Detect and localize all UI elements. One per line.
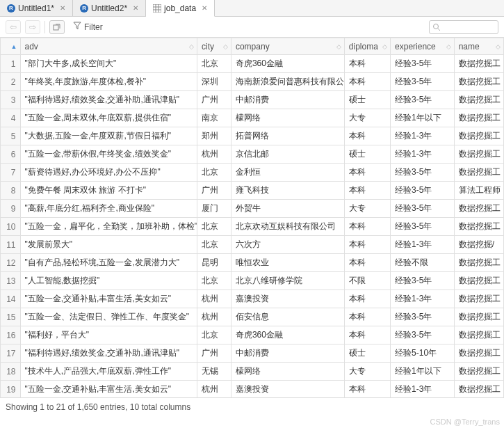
table-row[interactable]: 2"年终奖,年度旅游,年度体检,餐补"深圳海南新浪爱问普惠科技有限公司本科经验3… [1, 73, 504, 91]
cell-company: 外贸牛 [231, 200, 344, 218]
table-row[interactable]: 18"技术牛人,产品强大,年底双薪,弹性工作"无锡檬网络大专经验1年以下数据挖掘… [1, 363, 504, 381]
sort-icon[interactable]: ◇ [336, 43, 341, 50]
back-button[interactable]: ⇦ [6, 20, 21, 34]
sort-icon[interactable]: ◇ [382, 43, 387, 50]
cell-adv: "发展前景大" [20, 236, 197, 254]
forward-button[interactable]: ⇨ [25, 20, 40, 34]
tab-untitled1[interactable]: Untitled1* ✕ [0, 0, 73, 16]
tab-untitled2[interactable]: Untitled2* ✕ [73, 0, 146, 16]
cell-experience: 经验3-5年 [391, 164, 455, 182]
row-number: 18 [1, 363, 21, 381]
data-grid[interactable]: ▲ adv◇ city◇ company◇ diploma◇ experienc… [0, 38, 504, 397]
cell-city: 深圳 [197, 73, 231, 91]
cell-company: 佰安信息 [231, 308, 344, 326]
tab-label: job_data [164, 3, 196, 13]
cell-diploma: 本科 [344, 218, 390, 236]
cell-experience: 经验1-3年 [391, 127, 455, 145]
cell-experience: 经验1年以下 [391, 363, 455, 381]
svg-rect-5 [54, 25, 58, 30]
table-row[interactable]: 19"五险一金,交通补贴,丰富生活,美女如云"杭州嘉澳投资本科经验1-3年数据挖… [1, 381, 504, 398]
cell-diploma: 大专 [344, 363, 390, 381]
table-row[interactable]: 3"福利待遇好,绩效奖金,交通补助,通讯津贴"广州中邮消费硕士经验3-5年数据挖… [1, 91, 504, 109]
cell-diploma: 大专 [344, 200, 390, 218]
cell-experience: 经验3-5年 [391, 182, 455, 200]
cell-adv: "福利待遇好,绩效奖金,交通补助,通讯津贴" [20, 344, 197, 363]
table-row[interactable]: 16"福利好，平台大"北京奇虎360金融本科经验3-5年数据挖掘工 [1, 326, 504, 344]
col-header-name[interactable]: name◇ [454, 38, 503, 55]
cell-adv: "五险一金，扁平化，全勤奖，加班补助，体检" [20, 218, 197, 236]
col-header-adv[interactable]: adv◇ [20, 38, 197, 55]
close-icon[interactable]: ✕ [202, 4, 207, 12]
cell-name: 数据挖掘工 [454, 326, 503, 344]
table-row[interactable]: 17"福利待遇好,绩效奖金,交通补助,通讯津贴"广州中邮消费硕士经验5-10年数… [1, 344, 504, 363]
sort-icon[interactable]: ◇ [446, 43, 451, 50]
row-number: 5 [1, 127, 21, 145]
table-row[interactable]: 10"五险一金，扁平化，全勤奖，加班补助，体检"北京北京欢动互娱科技有限公司本科… [1, 218, 504, 236]
cell-adv: "技术牛人,产品强大,年底双薪,弹性工作" [20, 363, 197, 381]
table-row[interactable]: 15"五险一金、法定假日、弹性工作、年度奖金"杭州佰安信息本科经验3-5年数据挖… [1, 308, 504, 326]
col-header-diploma[interactable]: diploma◇ [344, 38, 390, 55]
table-row[interactable]: 12"自有产品,轻松环境,五险一金,发展潜力大"昆明唯恒农业本科经验不限数据挖掘… [1, 254, 504, 272]
table-row[interactable]: 5"大数据,五险一金,年度双薪,节假日福利"郑州拓普网络本科经验1-3年数据挖掘… [1, 127, 504, 145]
row-number: 7 [1, 164, 21, 182]
cell-company: 嘉澳投资 [231, 290, 344, 308]
cell-diploma: 硕士 [344, 344, 390, 363]
tab-label: Untitled1* [18, 3, 54, 13]
cell-company: 中邮消费 [231, 344, 344, 363]
tab-job-data[interactable]: job_data ✕ [146, 0, 215, 17]
cell-company: 北京八维研修学院 [231, 272, 344, 290]
popout-button[interactable] [49, 20, 65, 34]
sort-icon[interactable]: ◇ [496, 43, 501, 50]
table-row[interactable]: 13"人工智能,数据挖掘"北京北京八维研修学院不限经验3-5年数据挖掘工 [1, 272, 504, 290]
cell-city: 广州 [197, 344, 231, 363]
table-row[interactable]: 6"五险一金,带薪休假,年终奖金,绩效奖金"杭州京信北邮硕士经验1-3年数据挖掘… [1, 145, 504, 164]
table-row[interactable]: 1"部门大牛多,成长空间大"北京奇虎360金融本科经验3-5年数据挖掘工 [1, 55, 504, 73]
cell-experience: 经验1-3年 [391, 290, 455, 308]
tab-bar: Untitled1* ✕ Untitled2* ✕ job_data ✕ [0, 0, 504, 17]
cell-experience: 经验3-5年 [391, 272, 455, 290]
row-number: 14 [1, 290, 21, 308]
search-input[interactable] [429, 20, 498, 34]
row-number: 3 [1, 91, 21, 109]
col-header-city[interactable]: city◇ [197, 38, 231, 55]
cell-city: 杭州 [197, 145, 231, 164]
cell-city: 厦门 [197, 200, 231, 218]
close-icon[interactable]: ✕ [60, 4, 65, 12]
cell-adv: "年终奖,年度旅游,年度体检,餐补" [20, 73, 197, 91]
table-row[interactable]: 4"五险一金,周末双休,年底双薪,提供住宿"南京檬网络大专经验1年以下数据挖掘工 [1, 109, 504, 127]
col-header-company[interactable]: company◇ [231, 38, 344, 55]
cell-experience: 经验不限 [391, 254, 455, 272]
table-row[interactable]: 8"免费午餐 周末双休 旅游 不打卡"广州雍飞科技本科经验3-5年算法工程师 [1, 182, 504, 200]
cell-diploma: 本科 [344, 55, 390, 73]
cell-experience: 经验3-5年 [391, 91, 455, 109]
cell-company: 中邮消费 [231, 91, 344, 109]
cell-experience: 经验3-5年 [391, 55, 455, 73]
cell-name: 数据挖掘工 [454, 73, 503, 91]
cell-city: 广州 [197, 182, 231, 200]
sort-icon[interactable]: ◇ [223, 43, 228, 50]
sort-icon[interactable]: ◇ [189, 43, 194, 50]
table-row[interactable]: 11"发展前景大"北京六次方本科经验1-3年数据挖掘/ [1, 236, 504, 254]
sort-icon[interactable]: ▲ [11, 43, 17, 50]
funnel-icon [73, 22, 81, 32]
close-icon[interactable]: ✕ [133, 4, 138, 12]
cell-diploma: 硕士 [344, 145, 390, 164]
table-row[interactable]: 7"薪资待遇好,办公环境好,办公不压抑"北京金利恒本科经验3-5年数据挖掘工 [1, 164, 504, 182]
row-number: 9 [1, 200, 21, 218]
svg-line-7 [438, 29, 440, 31]
cell-diploma: 本科 [344, 254, 390, 272]
tab-label: Untitled2* [91, 3, 127, 13]
col-header-rownum[interactable]: ▲ [1, 38, 21, 55]
svg-rect-0 [153, 4, 161, 13]
status-bar: Showing 1 to 21 of 1,650 entries, 10 tot… [0, 397, 504, 415]
row-number: 13 [1, 272, 21, 290]
cell-experience: 经验1-3年 [391, 145, 455, 164]
table-icon [153, 4, 161, 13]
table-row[interactable]: 14"五险一金,交通补贴,丰富生活,美女如云"杭州嘉澳投资本科经验1-3年数据挖… [1, 290, 504, 308]
table-row[interactable]: 9"高薪,年底分红,福利齐全,商业保险"厦门外贸牛大专经验3-5年数据挖掘工 [1, 200, 504, 218]
cell-company: 奇虎360金融 [231, 55, 344, 73]
status-text: Showing 1 to 21 of 1,650 entries, 10 tot… [6, 402, 190, 412]
filter-button[interactable]: Filter [69, 20, 107, 33]
col-header-experience[interactable]: experience◇ [391, 38, 455, 55]
cell-adv: "五险一金,交通补贴,丰富生活,美女如云" [20, 381, 197, 398]
